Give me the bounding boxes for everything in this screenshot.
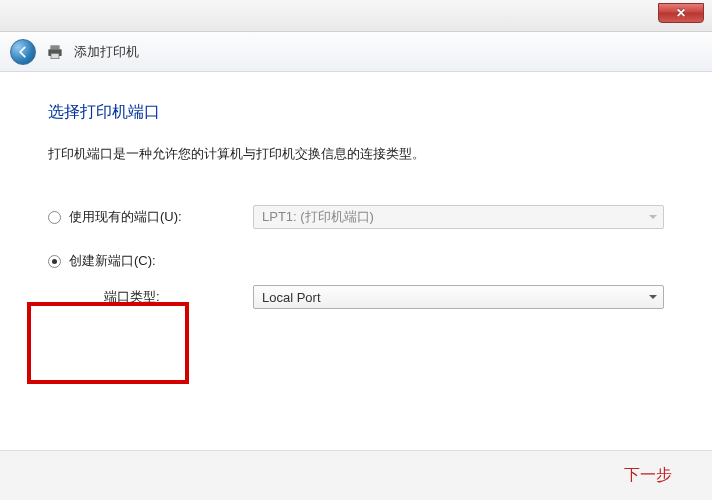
existing-port-value: LPT1: (打印机端口) (262, 208, 374, 226)
svg-rect-2 (51, 53, 59, 58)
radio-label-create: 创建新端口(C): (69, 252, 156, 270)
option-create-new: 创建新端口(C): (48, 247, 664, 275)
close-icon: ✕ (676, 6, 686, 20)
annotation-highlight (27, 302, 189, 384)
port-type-value: Local Port (262, 290, 321, 305)
page-description: 打印机端口是一种允许您的计算机与打印机交换信息的连接类型。 (48, 145, 664, 163)
printer-icon (46, 44, 64, 60)
existing-port-dropdown: LPT1: (打印机端口) (253, 205, 664, 229)
radio-use-existing[interactable]: 使用现有的端口(U): (48, 208, 253, 226)
radio-create-new[interactable]: 创建新端口(C): (48, 252, 253, 270)
radio-icon (48, 255, 61, 268)
header-bar: 添加打印机 (0, 32, 712, 72)
chevron-down-icon (649, 295, 657, 299)
port-type-dropdown[interactable]: Local Port (253, 285, 664, 309)
close-button[interactable]: ✕ (658, 3, 704, 23)
back-button[interactable] (10, 39, 36, 65)
title-bar: ✕ (0, 0, 712, 32)
next-button[interactable]: 下一步 (624, 465, 672, 486)
chevron-down-icon (649, 215, 657, 219)
svg-rect-0 (50, 45, 59, 49)
option-use-existing: 使用现有的端口(U): LPT1: (打印机端口) (48, 203, 664, 231)
port-type-label: 端口类型: (48, 288, 253, 306)
radio-icon (48, 211, 61, 224)
footer: 下一步 (0, 450, 712, 500)
page-heading: 选择打印机端口 (48, 102, 664, 123)
radio-label-existing: 使用现有的端口(U): (69, 208, 182, 226)
port-options: 使用现有的端口(U): LPT1: (打印机端口) 创建新端口(C): 端口类型… (48, 203, 664, 309)
content-area: 选择打印机端口 打印机端口是一种允许您的计算机与打印机交换信息的连接类型。 使用… (0, 72, 712, 450)
header-title: 添加打印机 (74, 43, 139, 61)
back-arrow-icon (16, 45, 30, 59)
port-type-row: 端口类型: Local Port (48, 285, 664, 309)
